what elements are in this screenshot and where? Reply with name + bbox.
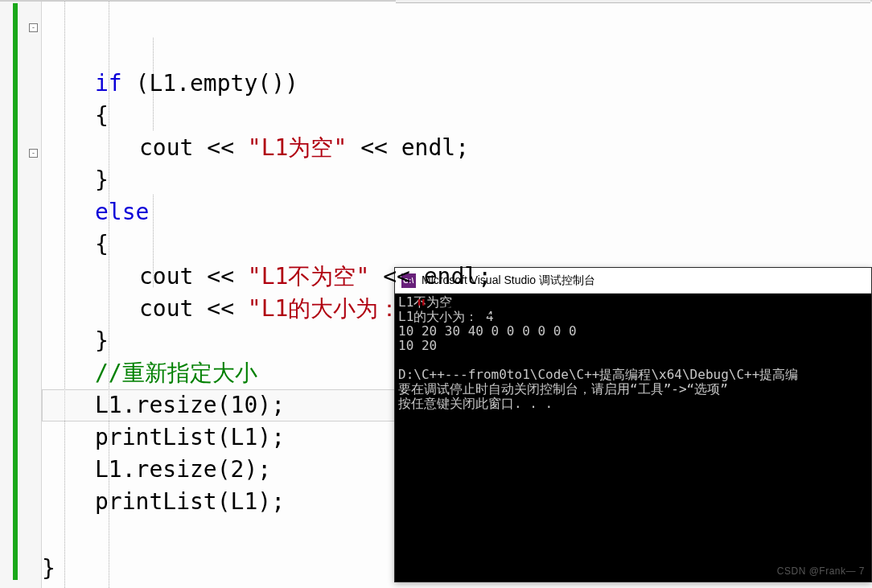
code-line[interactable]: cout << "L1不为空" << endl;	[42, 261, 872, 293]
code-line[interactable]: printList(L1);	[42, 486, 872, 518]
code-editor[interactable]: -- if (L1.empty()){cout << "L1为空" << end…	[0, 0, 872, 588]
code-line[interactable]: if (L1.empty())	[42, 68, 872, 100]
code-line[interactable]: {	[42, 100, 872, 132]
code-line[interactable]: L1.resize(2);	[42, 454, 872, 486]
code-line[interactable]: cout << "L1的大小为： " << L1.size() << endl;	[42, 293, 872, 325]
code-line[interactable]: else	[42, 196, 872, 228]
code-line[interactable]: //重新指定大小	[42, 357, 872, 389]
code-line[interactable]: {	[42, 228, 872, 261]
code-line[interactable]: cout << "L1为空" << endl;	[42, 132, 872, 164]
code-line[interactable]: printList(L1);	[42, 421, 872, 454]
fold-toggle[interactable]: -	[29, 149, 38, 158]
code-line[interactable]: L1.resize(10);	[42, 389, 872, 421]
fold-toggle[interactable]: -	[29, 23, 38, 32]
code-area[interactable]: if (L1.empty()){cout << "L1为空" << endl;}…	[42, 2, 872, 588]
gutter: --	[0, 2, 42, 588]
code-line[interactable]: }	[42, 164, 872, 196]
closing-brace: }	[42, 555, 56, 582]
change-marker	[13, 3, 18, 580]
watermark: CSDN @Frank— 7	[777, 565, 865, 577]
code-line[interactable]: }	[42, 325, 872, 357]
